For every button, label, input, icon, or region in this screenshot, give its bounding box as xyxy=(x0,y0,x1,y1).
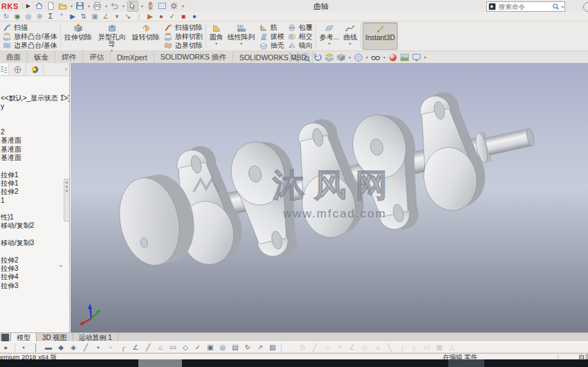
view-settings-icon[interactable] xyxy=(412,53,421,62)
feature-tree-item[interactable]: 拉伸4 xyxy=(0,273,69,281)
feature-tree-item[interactable]: 性)1 xyxy=(0,213,69,222)
open-icon[interactable] xyxy=(58,1,68,11)
zoom-to-area-icon[interactable] xyxy=(301,53,311,62)
tool-icon[interactable]: ▪ xyxy=(94,343,102,351)
command-search[interactable]: ▾ xyxy=(486,1,565,12)
command-tab[interactable]: 评估 xyxy=(83,51,111,63)
undo-icon[interactable] xyxy=(110,1,120,11)
open-dropdown-icon[interactable]: ▾ xyxy=(71,3,73,8)
feature-tree-item[interactable]: 移动/复制2 xyxy=(0,222,69,230)
panel-tabs-overflow-icon[interactable]: › xyxy=(65,66,67,73)
feature-tree-item[interactable]: 基准面 xyxy=(0,154,69,162)
tool-icon[interactable]: ▪ xyxy=(19,343,28,351)
tool-icon[interactable]: ↻ xyxy=(244,343,252,351)
extruded-cut-button[interactable]: 拉伸切除 xyxy=(62,22,94,50)
toolbar-icon[interactable]: ▶ xyxy=(146,12,154,21)
home-icon[interactable] xyxy=(35,1,44,11)
edit-appearance-icon[interactable] xyxy=(388,53,398,62)
tool-icon[interactable]: ◈ xyxy=(69,343,77,351)
print-icon[interactable] xyxy=(93,1,102,11)
ribbon-button[interactable]: 镜向 xyxy=(287,41,313,50)
toolbar-icon[interactable]: ▣ xyxy=(91,12,99,21)
instant3d-button[interactable]: Instant3D xyxy=(362,22,398,50)
print-dropdown-icon[interactable]: ▾ xyxy=(105,3,107,8)
command-tab[interactable]: 钣金 xyxy=(28,51,55,63)
toolbar-icon[interactable]: ◉ xyxy=(13,12,21,21)
ribbon-button[interactable]: 放样凸台/基体 xyxy=(2,32,57,41)
tool-icon[interactable]: ◆ xyxy=(57,343,65,351)
magnifier-icon[interactable] xyxy=(551,2,561,12)
tool-icon[interactable]: ↗ xyxy=(256,343,264,351)
curves-button[interactable]: 曲线▾ xyxy=(341,22,359,50)
save-dropdown-icon[interactable]: ▾ xyxy=(88,3,90,8)
ribbon-button[interactable]: 包覆 xyxy=(287,23,313,32)
toolbar-icon[interactable]: ■ xyxy=(179,12,187,21)
save-icon[interactable] xyxy=(75,1,85,11)
ribbon-button[interactable]: 扫描 xyxy=(2,23,57,32)
panel-collapse-icon[interactable]: ⌄ xyxy=(58,261,64,268)
mass-properties-icon[interactable] xyxy=(158,1,167,11)
tool-icon[interactable]: ◎ xyxy=(219,343,227,351)
toolbar-icon[interactable]: | xyxy=(135,12,143,21)
toolbar-icon[interactable]: ● xyxy=(157,12,165,21)
command-tab[interactable]: 焊件 xyxy=(55,51,83,63)
toolbar-icon[interactable]: ▾ xyxy=(113,12,121,21)
taskbar-app-button[interactable] xyxy=(448,359,484,367)
ribbon-button[interactable]: 相交 xyxy=(287,32,313,41)
dropdown-icon[interactable]: ▾ xyxy=(366,55,368,60)
dock-menu-icon[interactable]: ▸ xyxy=(2,343,10,351)
tool-icon[interactable]: ▣ xyxy=(206,343,214,351)
feature-tree-item[interactable]: 移动/复制3 xyxy=(0,239,69,247)
tool-icon[interactable]: ╱ xyxy=(144,343,152,351)
linear-pattern-button[interactable]: 线性阵列▾ xyxy=(226,22,257,50)
ribbon-button[interactable]: 拔模 xyxy=(259,32,284,41)
feature-tree-item[interactable] xyxy=(0,162,69,170)
feature-tree-item[interactable]: 基准面 xyxy=(0,136,69,145)
toolbar-icon[interactable]: ∠ xyxy=(102,12,110,21)
select-dropdown-icon[interactable]: ▾ xyxy=(141,3,143,8)
tool-icon[interactable]: ▧ xyxy=(268,343,277,351)
toolbar-icon[interactable]: ↻ xyxy=(2,12,10,21)
rebuild-traffic-light-icon[interactable] xyxy=(146,1,156,11)
fillet-button[interactable]: 圆角▾ xyxy=(208,22,226,50)
feature-tree-item[interactable]: <<默认>_显示状态 1>) xyxy=(0,94,69,102)
hide-show-items-icon[interactable] xyxy=(371,53,380,62)
view-orientation-icon[interactable] xyxy=(336,53,346,62)
new-document-icon[interactable] xyxy=(46,1,56,11)
hole-wizard-button[interactable]: 异型孔向导▾ xyxy=(94,22,130,50)
options-dropdown-icon[interactable]: ▾ xyxy=(182,3,184,8)
feature-tree-item[interactable] xyxy=(0,247,69,256)
toolbar-icon[interactable]: ▶ xyxy=(68,12,77,21)
tab-configuration-manager[interactable] xyxy=(26,64,44,75)
tool-icon[interactable]: ◇ xyxy=(181,343,190,351)
options-gear-icon[interactable] xyxy=(169,1,179,11)
panel-splitter-handle[interactable] xyxy=(64,179,69,222)
select-cursor-icon[interactable] xyxy=(127,1,138,12)
toolbar-icon[interactable]: Σ xyxy=(46,12,55,21)
feature-tree-item[interactable]: 1 xyxy=(0,197,69,205)
dropdown-icon[interactable]: ▾ xyxy=(240,41,242,46)
previous-view-icon[interactable] xyxy=(313,53,322,62)
toolbar-icon[interactable]: ● xyxy=(190,12,199,21)
feature-tree-item[interactable]: 2 xyxy=(0,128,69,136)
toolbar-icon[interactable]: ⇅ xyxy=(80,12,88,21)
ribbon-button[interactable]: 放样切割 xyxy=(163,32,203,41)
feature-tree-item[interactable]: 拉伸3 xyxy=(0,282,69,290)
feature-tree-item[interactable] xyxy=(0,205,69,213)
dropdown-icon[interactable]: ▾ xyxy=(349,41,351,46)
dropdown-icon[interactable]: ▾ xyxy=(349,55,351,60)
taskbar-app-button[interactable] xyxy=(138,359,182,367)
toolbar-icon[interactable]: ◎ xyxy=(24,12,33,21)
tab-property-manager[interactable] xyxy=(9,64,26,75)
logo-expand-arrow-icon[interactable]: ▶ xyxy=(22,3,30,9)
feature-tree-item[interactable] xyxy=(0,231,69,239)
undo-dropdown-icon[interactable]: ▾ xyxy=(122,3,125,8)
ribbon-button[interactable]: 抽壳 xyxy=(259,41,284,50)
dropdown-icon[interactable]: ▾ xyxy=(383,55,385,60)
tool-icon[interactable]: ∠ xyxy=(131,343,140,351)
feature-tree-item[interactable]: 基准面 xyxy=(0,145,69,154)
ribbon-button[interactable]: 边界凸台/基体 xyxy=(2,41,57,50)
section-view-icon[interactable] xyxy=(324,53,334,62)
graphics-viewport[interactable]: 沐风网 www.mfcad.com xyxy=(70,63,588,332)
toolbar-icon[interactable]: ✓ xyxy=(168,12,176,21)
